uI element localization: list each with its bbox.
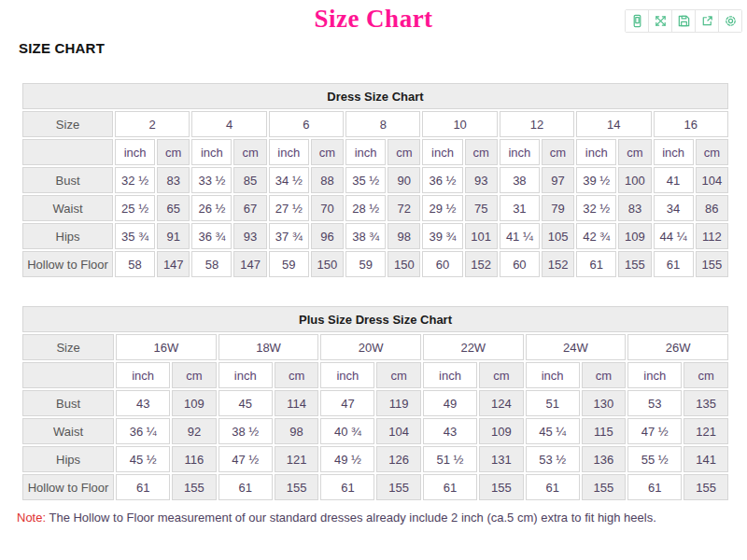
row-label: Bust <box>22 167 113 193</box>
data-cell: 109 <box>479 418 524 444</box>
data-cell: 155 <box>172 474 217 500</box>
unit-header-inch: inch <box>116 362 170 388</box>
data-cell: 34 ½ <box>269 167 309 193</box>
data-cell: 35 ¾ <box>115 223 155 249</box>
data-cell: 37 ¾ <box>269 223 309 249</box>
table-row: Hips35 ¾9136 ¾9337 ¾9638 ¾9839 ¾10141 ¼1… <box>22 223 728 249</box>
unit-header-cm: cm <box>582 362 627 388</box>
data-cell: 59 <box>345 251 386 277</box>
row-label: Waist <box>22 418 114 444</box>
data-cell: 150 <box>388 251 420 277</box>
data-cell: 29 ½ <box>422 195 462 221</box>
unit-header-cm: cm <box>465 139 498 165</box>
data-cell: 90 <box>388 167 420 193</box>
data-cell: 26 ½ <box>191 195 232 221</box>
mobile-button[interactable] <box>626 10 649 32</box>
note-text: The Hollow to Floor measurement of our s… <box>46 511 656 525</box>
mobile-icon <box>630 14 644 28</box>
data-cell: 41 ¼ <box>500 223 540 249</box>
data-cell: 28 ½ <box>345 195 386 221</box>
data-cell: 58 <box>115 251 155 277</box>
unit-header-inch: inch <box>654 139 694 165</box>
data-cell: 49 <box>423 390 477 416</box>
data-cell: 67 <box>233 195 266 221</box>
unit-header-inch: inch <box>115 139 155 165</box>
unit-header-cm: cm <box>684 362 728 388</box>
data-cell: 65 <box>157 195 190 221</box>
data-cell: 51 ½ <box>423 446 477 472</box>
data-cell: 36 ¾ <box>191 223 232 249</box>
size-chart-table: Dress Size ChartSize246810121416inchcmin… <box>21 81 730 279</box>
data-cell: 61 <box>116 474 170 500</box>
data-cell: 35 ½ <box>345 167 386 193</box>
settings-button[interactable] <box>719 10 741 32</box>
data-cell: 70 <box>311 195 344 221</box>
row-label: Bust <box>22 390 114 416</box>
note-label: Note: <box>17 511 46 525</box>
data-cell: 53 ½ <box>526 446 580 472</box>
fullscreen-button[interactable] <box>649 10 672 32</box>
save-button[interactable] <box>672 10 696 32</box>
data-cell: 83 <box>618 195 651 221</box>
data-cell: 61 <box>423 474 477 500</box>
data-cell: 72 <box>388 195 420 221</box>
data-cell: 88 <box>311 167 344 193</box>
data-cell: 47 <box>320 390 374 416</box>
data-cell: 61 <box>576 251 616 277</box>
data-cell: 97 <box>542 167 574 193</box>
size-chart-table: Plus Size Dress Size ChartSize16W18W20W2… <box>21 304 730 502</box>
data-cell: 93 <box>465 167 498 193</box>
table-title: Plus Size Dress Size Chart <box>22 306 728 332</box>
data-cell: 59 <box>269 251 309 277</box>
data-cell: 155 <box>696 251 728 277</box>
data-cell: 152 <box>542 251 574 277</box>
data-cell: 104 <box>696 167 728 193</box>
data-cell: 135 <box>684 390 728 416</box>
row-label: Hips <box>22 223 113 249</box>
size-header: 14 <box>576 111 651 137</box>
table-row: Waist25 ½6526 ½6727 ½7028 ½7229 ½7531793… <box>22 195 728 221</box>
data-cell: 45 ¼ <box>526 418 580 444</box>
unit-header-inch: inch <box>345 139 386 165</box>
data-cell: 119 <box>376 390 421 416</box>
data-cell: 36 ½ <box>422 167 462 193</box>
data-cell: 126 <box>376 446 421 472</box>
data-cell: 109 <box>618 223 651 249</box>
size-header: 18W <box>218 334 319 360</box>
data-cell: 141 <box>684 446 728 472</box>
data-cell: 60 <box>500 251 540 277</box>
data-cell: 155 <box>582 474 627 500</box>
data-cell: 36 ¼ <box>116 418 170 444</box>
data-cell: 61 <box>654 251 694 277</box>
data-cell: 53 <box>627 390 682 416</box>
unit-header-cm: cm <box>275 362 319 388</box>
table-row: Bust431094511447119491245113053135 <box>22 390 728 416</box>
data-cell: 61 <box>627 474 682 500</box>
data-cell: 47 ½ <box>218 446 273 472</box>
data-cell: 116 <box>172 446 217 472</box>
fullscreen-icon <box>654 14 668 28</box>
data-cell: 101 <box>465 223 498 249</box>
size-header: 6 <box>269 111 344 137</box>
unit-header-cm: cm <box>233 139 266 165</box>
unit-header-cm: cm <box>311 139 344 165</box>
data-cell: 147 <box>157 251 190 277</box>
unit-header-inch: inch <box>269 139 309 165</box>
size-header: 24W <box>526 334 627 360</box>
data-cell: 93 <box>233 223 266 249</box>
table-row: Bust32 ½8333 ½8534 ½8835 ½9036 ½93389739… <box>22 167 728 193</box>
unit-header-inch: inch <box>423 362 477 388</box>
row-label: Hollow to Floor <box>22 251 113 277</box>
data-cell: 38 ¾ <box>345 223 386 249</box>
unit-header-cm: cm <box>542 139 574 165</box>
data-cell: 33 ½ <box>191 167 232 193</box>
size-header: 20W <box>320 334 421 360</box>
share-button[interactable] <box>696 10 719 32</box>
size-header: 12 <box>500 111 574 137</box>
size-header: 22W <box>423 334 524 360</box>
data-cell: 150 <box>311 251 344 277</box>
data-cell: 45 <box>218 390 273 416</box>
data-cell: 51 <box>526 390 580 416</box>
unit-header-inch: inch <box>422 139 462 165</box>
unit-header-cm: cm <box>376 362 421 388</box>
